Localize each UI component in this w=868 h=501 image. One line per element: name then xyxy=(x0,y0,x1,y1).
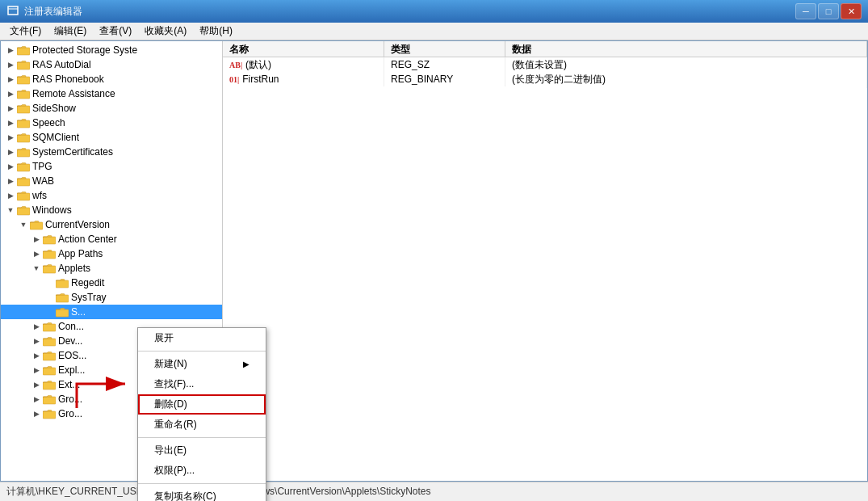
tree-label-ext: Ext... xyxy=(58,379,80,390)
app-icon xyxy=(6,5,19,18)
window-controls: ─ □ ✕ xyxy=(795,3,862,19)
tree-toggle-currentversion[interactable]: ▼ xyxy=(17,217,30,232)
right-panel: 名称 类型 数据 AB|(默认)REG_SZ(数值未设置)01|FirstRun… xyxy=(223,41,867,481)
tree-item-protected[interactable]: ▶ Protected Storage Syste xyxy=(1,43,222,57)
menu-item-h[interactable]: 帮助(H) xyxy=(193,23,239,40)
tree-label-stickynotes: S... xyxy=(71,306,86,318)
close-button[interactable]: ✕ xyxy=(841,3,862,19)
folder-icon-windows xyxy=(17,204,30,216)
tree-item-wab[interactable]: ▶ WAB xyxy=(1,174,222,188)
tree-toggle-actioncenter[interactable]: ▶ xyxy=(30,232,43,246)
tree-item-tpg[interactable]: ▶ TPG xyxy=(1,159,222,174)
window-title: 注册表编辑器 xyxy=(24,5,795,19)
tree-item-wfs[interactable]: ▶ wfs xyxy=(1,188,222,203)
tree-toggle-eos[interactable]: ▶ xyxy=(30,348,43,363)
folder-icon-systemcertificates xyxy=(17,146,30,158)
svg-rect-26 xyxy=(43,397,56,404)
folder-icon-wfs xyxy=(17,190,30,201)
tree-toggle-protected[interactable]: ▶ xyxy=(4,43,17,57)
tree-toggle-sqmclient[interactable]: ▶ xyxy=(4,130,17,145)
tree-toggle-applets[interactable]: ▼ xyxy=(30,261,43,276)
minimize-button[interactable]: ─ xyxy=(795,3,816,19)
ctx-item-[interactable]: 展开 xyxy=(138,328,266,348)
folder-icon-sqmclient xyxy=(17,132,30,143)
tree-toggle-group2[interactable]: ▶ xyxy=(30,406,43,421)
menu-item-a[interactable]: 收藏夹(A) xyxy=(138,23,193,40)
folder-icon-systray xyxy=(56,292,69,303)
col-header-name: 名称 xyxy=(223,41,384,57)
ctx-item-n[interactable]: 新建(N)▶ xyxy=(138,354,266,374)
tree-toggle-regedit xyxy=(43,276,56,290)
folder-icon-stickynotes xyxy=(56,306,69,318)
ctx-item-d[interactable]: 删除(D) xyxy=(138,394,266,415)
tree-item-apppaths[interactable]: ▶ App Paths xyxy=(1,246,222,261)
tree-toggle-group1[interactable]: ▶ xyxy=(30,392,43,406)
tree-toggle-apppaths[interactable]: ▶ xyxy=(30,246,43,261)
folder-icon-group2 xyxy=(43,408,56,419)
tree-toggle-rasphonebook[interactable]: ▶ xyxy=(4,72,17,86)
tree-toggle-ext[interactable]: ▶ xyxy=(30,377,43,392)
tree-toggle-speech[interactable]: ▶ xyxy=(4,116,17,130)
tree-item-windows[interactable]: ▼ Windows xyxy=(1,203,222,217)
ctx-item-r[interactable]: 重命名(R) xyxy=(138,415,266,435)
reg-value-icon-1: 01| xyxy=(229,75,239,84)
tree-item-currentversion[interactable]: ▼ CurrentVersion xyxy=(1,217,222,232)
maximize-button[interactable]: □ xyxy=(818,3,839,19)
ctx-label-3: 查找(F)... xyxy=(154,378,194,389)
tree-item-sqmclient[interactable]: ▶ SQMClient xyxy=(1,130,222,145)
folder-icon-explorer xyxy=(43,364,56,376)
tree-label-controls: Con... xyxy=(58,321,84,332)
svg-rect-24 xyxy=(43,368,56,375)
svg-rect-22 xyxy=(43,339,56,346)
tree-item-applets[interactable]: ▼ Applets xyxy=(1,261,222,276)
reg-cell-name-1: 01|FirstRun xyxy=(223,72,384,86)
tree-toggle-tpg[interactable]: ▶ xyxy=(4,159,17,174)
ctx-label-7: 导出(E) xyxy=(154,444,187,456)
tree-item-rasautodial[interactable]: ▶ RAS AutoDial xyxy=(1,57,222,72)
svg-rect-27 xyxy=(43,411,56,419)
tree-item-regedit[interactable]: Regedit xyxy=(1,276,222,290)
menu-item-e[interactable]: 编辑(E) xyxy=(48,23,93,40)
folder-icon-currentversion xyxy=(30,219,43,230)
tree-toggle-wfs[interactable]: ▶ xyxy=(4,188,17,203)
tree-item-actioncenter[interactable]: ▶ Action Center xyxy=(1,232,222,246)
tree-item-speech[interactable]: ▶ Speech xyxy=(1,116,222,130)
tree-toggle-deviceacc[interactable]: ▶ xyxy=(30,334,43,348)
svg-rect-21 xyxy=(43,324,56,331)
folder-icon-deviceacc xyxy=(43,335,56,347)
tree-item-systray[interactable]: SysTray xyxy=(1,290,222,305)
tree-toggle-controls[interactable]: ▶ xyxy=(30,319,43,334)
menu-item-f[interactable]: 文件(F) xyxy=(3,23,48,40)
ctx-item-p[interactable]: 权限(P)... xyxy=(138,461,266,481)
ctx-item-c[interactable]: 复制项名称(C) xyxy=(138,486,266,501)
svg-rect-10 xyxy=(17,164,30,171)
reg-row-0[interactable]: AB|(默认)REG_SZ(数值未设置) xyxy=(223,57,867,72)
svg-rect-6 xyxy=(17,106,30,113)
folder-icon-wab xyxy=(17,175,30,187)
tree-toggle-rasautodial[interactable]: ▶ xyxy=(4,57,17,72)
svg-rect-13 xyxy=(17,208,30,215)
ctx-item-f[interactable]: 查找(F)... xyxy=(138,374,266,394)
tree-item-systemcertificates[interactable]: ▶ SystemCertificates xyxy=(1,145,222,159)
tree-toggle-remoteassistance[interactable]: ▶ xyxy=(4,86,17,101)
tree-item-stickynotes[interactable]: S... xyxy=(1,305,222,319)
tree-toggle-wab[interactable]: ▶ xyxy=(4,174,17,188)
reg-row-1[interactable]: 01|FirstRunREG_BINARY(长度为零的二进制值) xyxy=(223,72,867,86)
ctx-label-2: 新建(N) xyxy=(154,357,187,371)
tree-toggle-windows[interactable]: ▼ xyxy=(4,203,17,217)
tree-toggle-explorer[interactable]: ▶ xyxy=(30,363,43,377)
menu-item-v[interactable]: 查看(V) xyxy=(93,23,138,40)
tree-toggle-sideshow[interactable]: ▶ xyxy=(4,101,17,116)
tree-toggle-systemcertificates[interactable]: ▶ xyxy=(4,145,17,159)
reg-cell-type-1: REG_BINARY xyxy=(384,72,505,86)
tree-item-remoteassistance[interactable]: ▶ Remote Assistance xyxy=(1,86,222,101)
tree-label-systray: SysTray xyxy=(71,292,107,303)
svg-rect-20 xyxy=(56,309,69,317)
tree-item-rasphonebook[interactable]: ▶ RAS Phonebook xyxy=(1,72,222,86)
tree-label-eos: EOS... xyxy=(58,350,86,361)
svg-rect-14 xyxy=(30,222,43,229)
tree-item-sideshow[interactable]: ▶ SideShow xyxy=(1,101,222,116)
ctx-item-e[interactable]: 导出(E) xyxy=(138,440,266,461)
tree-label-tpg: TPG xyxy=(32,161,52,172)
reg-value-icon-0: AB| xyxy=(229,61,242,69)
